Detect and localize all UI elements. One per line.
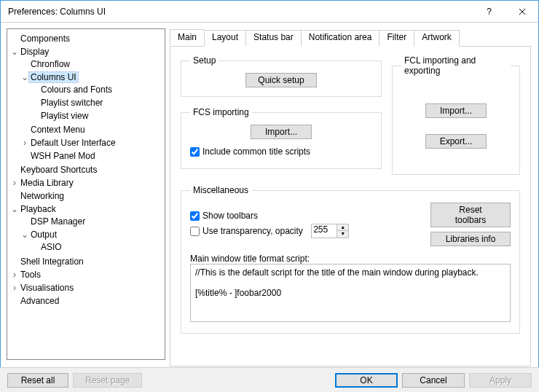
group-fcl: FCL importing and exporting Import... Ex… xyxy=(392,55,520,175)
tree-item[interactable]: ⌄Playback·DSP Manager⌄Output·ASIO xyxy=(10,203,163,255)
cancel-button[interactable]: Cancel xyxy=(402,373,465,388)
tree-item-label[interactable]: Playback xyxy=(19,204,58,214)
tree-item-label[interactable]: Columns UI xyxy=(29,72,78,82)
group-setup: Setup Quick setup xyxy=(181,55,382,97)
group-misc: Miscellaneous Show toolbars Use transpar… xyxy=(181,185,520,334)
use-transparency-label: Use transparency, opacity xyxy=(202,226,303,236)
include-scripts-label: Include common title scripts xyxy=(202,146,310,157)
tree-item-label[interactable]: WSH Panel Mod xyxy=(29,151,97,161)
tree-item-label[interactable]: ASIO xyxy=(39,242,63,252)
show-toolbars-label: Show toolbars xyxy=(202,211,258,221)
tree-item-label[interactable]: Context Menu xyxy=(29,125,87,135)
include-scripts-input[interactable] xyxy=(190,147,200,157)
opacity-spinner[interactable]: ▲ ▼ xyxy=(311,224,349,238)
tree-item[interactable]: ·Advanced xyxy=(10,294,163,307)
tab-bar: MainLayoutStatus barNotification areaFil… xyxy=(170,29,531,47)
tree-item-label[interactable]: Tools xyxy=(19,270,42,280)
use-transparency-input[interactable] xyxy=(190,227,200,236)
tree-item-label[interactable]: Colours and Fonts xyxy=(39,85,114,95)
tree-item-label[interactable]: Output xyxy=(29,230,58,240)
nav-tree[interactable]: ·Components⌄Display·Chronflow⌄Columns UI… xyxy=(7,28,165,360)
tree-item-label[interactable]: Shell Integration xyxy=(19,256,85,267)
help-button[interactable]: ? xyxy=(473,1,505,23)
tree-item[interactable]: ·Playlist view xyxy=(31,109,163,122)
apply-button[interactable]: Apply xyxy=(469,373,532,388)
tree-item-label[interactable]: Display xyxy=(19,47,50,57)
tab-main[interactable]: Main xyxy=(170,29,205,46)
use-transparency-checkbox[interactable]: Use transparency, opacity ▲ ▼ xyxy=(190,224,417,238)
chevron-down-icon[interactable]: ⌄ xyxy=(20,71,29,83)
spinner-down-icon[interactable]: ▼ xyxy=(337,231,348,238)
tree-item[interactable]: ·Keyboard Shortcuts xyxy=(10,163,163,176)
tree-item[interactable]: ·WSH Panel Mod xyxy=(20,149,163,162)
window-title: Preferences: Columns UI xyxy=(8,7,473,17)
group-fcs-legend: FCS importing xyxy=(190,107,252,117)
tab-layout[interactable]: Layout xyxy=(204,30,246,47)
chevron-right-icon[interactable]: › xyxy=(20,137,29,149)
tab-artwork[interactable]: Artwork xyxy=(414,30,460,47)
tree-item-label[interactable]: Playlist switcher xyxy=(39,98,104,108)
group-setup-legend: Setup xyxy=(190,55,219,66)
tree-item[interactable]: ›Default User Interface xyxy=(20,136,163,149)
group-fcs: FCS importing Import... Include common t… xyxy=(181,107,382,169)
tab-page-main: Setup Quick setup FCS importing Import..… xyxy=(170,46,531,366)
tree-item[interactable]: ›Tools xyxy=(10,268,163,281)
chevron-right-icon[interactable]: › xyxy=(10,269,19,281)
nav-tree-container: ·Components⌄Display·Chronflow⌄Columns UI… xyxy=(1,23,168,366)
group-misc-legend: Miscellaneous xyxy=(190,185,251,195)
tree-item[interactable]: ·ASIO xyxy=(31,240,163,254)
tree-item[interactable]: ·Networking xyxy=(10,189,163,203)
tree-item-label[interactable]: Playlist view xyxy=(39,111,90,121)
tree-item-label[interactable]: Networking xyxy=(19,191,66,201)
tree-item-label[interactable]: DSP Manager xyxy=(29,216,87,227)
tree-item[interactable]: ⌄Columns UI·Colours and Fonts·Playlist s… xyxy=(20,71,163,123)
reset-all-button[interactable]: Reset all xyxy=(7,373,68,388)
fcl-import-button[interactable]: Import... xyxy=(425,103,487,118)
tab-status-bar[interactable]: Status bar xyxy=(245,30,302,47)
tree-item[interactable]: ›Media Library xyxy=(10,176,163,189)
reset-toolbars-button[interactable]: Reset toolbars xyxy=(430,203,511,227)
tree-item-label[interactable]: Keyboard Shortcuts xyxy=(19,165,98,175)
tree-item[interactable]: ·Chronflow xyxy=(20,58,163,71)
tab-notification-area[interactable]: Notification area xyxy=(301,30,380,47)
tree-item-label[interactable]: Visualisations xyxy=(19,283,75,293)
tree-item[interactable]: ⌄Display·Chronflow⌄Columns UI·Colours an… xyxy=(10,45,163,163)
content-area: MainLayoutStatus barNotification areaFil… xyxy=(168,23,538,366)
tree-item[interactable]: ·Playlist switcher xyxy=(31,96,163,109)
tree-item[interactable]: ·Components xyxy=(10,32,163,45)
reset-page-button[interactable]: Reset page xyxy=(73,373,142,388)
close-button[interactable] xyxy=(505,1,538,23)
tree-item-label[interactable]: Advanced xyxy=(19,296,60,306)
show-toolbars-input[interactable] xyxy=(190,211,200,221)
tree-item[interactable]: ·Shell Integration xyxy=(10,255,163,268)
fcs-import-button[interactable]: Import... xyxy=(251,125,312,139)
tree-item[interactable]: ·Colours and Fonts xyxy=(31,83,163,96)
include-scripts-checkbox[interactable]: Include common title scripts xyxy=(190,146,372,157)
ok-button[interactable]: OK xyxy=(335,373,398,388)
chevron-down-icon[interactable]: ⌄ xyxy=(10,203,19,215)
chevron-down-icon[interactable]: ⌄ xyxy=(10,46,19,58)
fcl-export-button[interactable]: Export... xyxy=(425,134,487,149)
libraries-info-button[interactable]: Libraries info xyxy=(430,232,511,246)
chevron-right-icon[interactable]: › xyxy=(10,282,19,294)
chevron-down-icon[interactable]: ⌄ xyxy=(20,229,29,240)
show-toolbars-checkbox[interactable]: Show toolbars xyxy=(190,211,417,221)
chevron-right-icon[interactable]: › xyxy=(10,177,19,189)
tree-item-label[interactable]: Components xyxy=(19,34,71,44)
tree-item[interactable]: ·DSP Manager xyxy=(20,215,163,228)
titlebar: Preferences: Columns UI ? xyxy=(1,1,538,23)
tree-item-label[interactable]: Media Library xyxy=(19,178,75,188)
spinner-up-icon[interactable]: ▲ xyxy=(337,224,348,231)
script-label: Main window title format script: xyxy=(190,254,511,264)
tree-item-label[interactable]: Chronflow xyxy=(29,59,71,69)
tree-item[interactable]: ›Visualisations xyxy=(10,281,163,294)
tree-item[interactable]: ·Context Menu xyxy=(20,123,163,136)
tab-filter[interactable]: Filter xyxy=(379,30,414,47)
close-icon xyxy=(519,8,526,15)
title-script-textarea[interactable] xyxy=(190,264,511,322)
tree-item-label[interactable]: Default User Interface xyxy=(29,138,117,148)
opacity-input[interactable] xyxy=(312,224,337,234)
quick-setup-button[interactable]: Quick setup xyxy=(245,73,316,87)
dialog-footer: Reset all Reset page OK Cancel Apply xyxy=(0,367,539,392)
tree-item[interactable]: ⌄Output·ASIO xyxy=(20,228,163,254)
